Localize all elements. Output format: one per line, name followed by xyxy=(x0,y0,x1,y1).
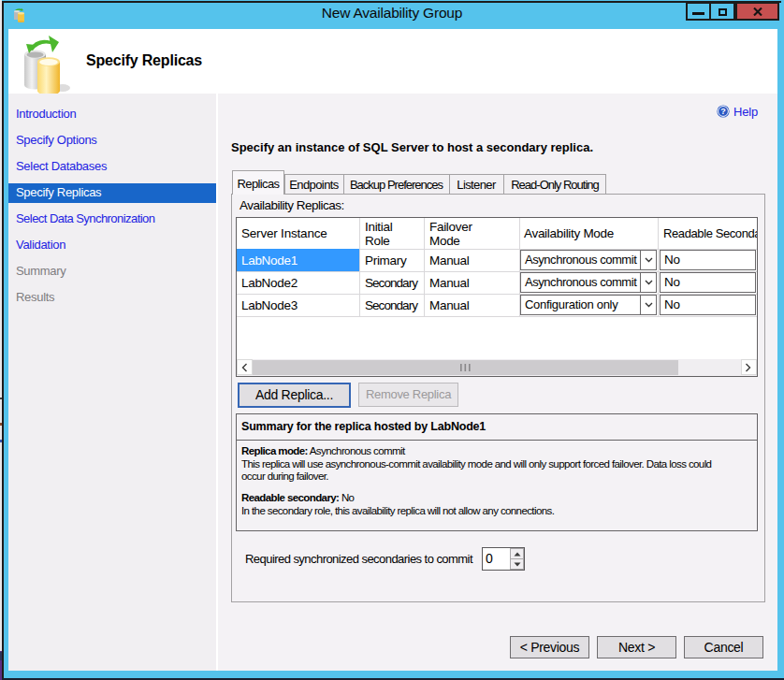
svg-text:?: ? xyxy=(720,107,726,116)
